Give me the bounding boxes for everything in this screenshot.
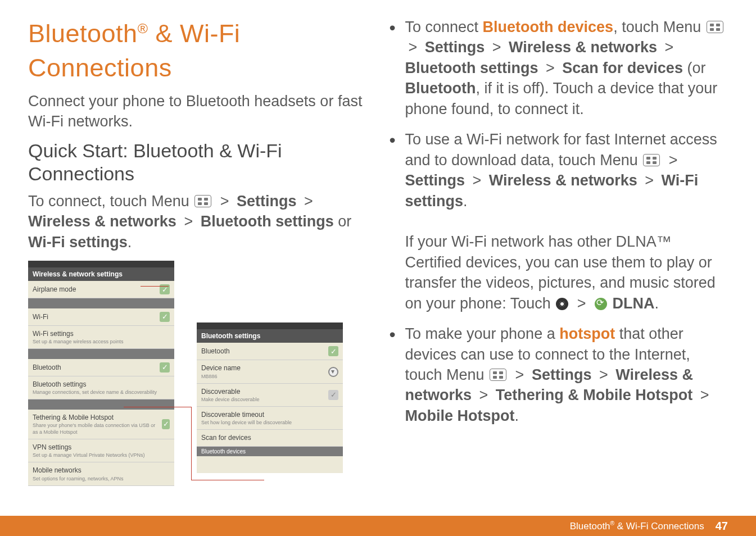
mock-item: Discoverable timeoutSet how long device …	[197, 407, 343, 430]
menu-icon	[490, 369, 506, 381]
txt: To make your phone a	[405, 325, 560, 342]
bold: Mobile Hotspot	[405, 407, 515, 424]
page-title: Bluetooth® & Wi-Fi Connections	[28, 17, 367, 85]
bold: Bluetooth	[405, 80, 476, 97]
checkbox-icon: ✓	[162, 419, 170, 429]
txt: To connect, touch Menu	[28, 193, 193, 210]
bold-bt: Bluetooth settings	[201, 213, 334, 230]
bold-settings: Settings	[237, 193, 297, 210]
item-desc: Set up & manage wireless access points	[33, 338, 124, 345]
page-number: 47	[716, 520, 728, 533]
dot: .	[463, 193, 468, 210]
txt: To connect	[405, 19, 483, 35]
mock-item: Bluetooth ✓	[28, 359, 174, 376]
mock-item: Tethering & Mobile HotspotShare your pho…	[28, 410, 174, 439]
checkbox-icon: ✓	[160, 362, 170, 373]
orange-bt-devices: Bluetooth devices	[483, 19, 614, 35]
gt: >	[697, 387, 713, 403]
statusbar	[197, 322, 343, 329]
item-name: Tethering & Mobile Hotspot	[33, 414, 114, 421]
item-name: Device name	[201, 364, 241, 372]
item-name: Wi-Fi settings	[33, 330, 74, 338]
gt: >	[661, 39, 677, 56]
right-column: To connect Bluetooth devices, touch Menu…	[390, 17, 728, 500]
item-name: Airplane mode	[33, 285, 76, 293]
mock-item: DiscoverableMake device discoverable ✓	[197, 384, 343, 407]
mock2-title: Bluetooth settings	[197, 329, 343, 343]
txt: (or	[687, 60, 705, 76]
gt: >	[666, 152, 681, 169]
txt-or: or	[338, 213, 351, 230]
item-name: Mobile networks	[33, 466, 82, 474]
item-name: Wi-Fi	[33, 313, 48, 321]
title-part-a: Bluetooth	[28, 19, 138, 48]
txt: , touch Menu	[613, 19, 705, 35]
mockups-row: Wireless & network settings Airplane mod…	[28, 261, 367, 485]
menu-icon	[707, 21, 723, 33]
gt: >	[469, 172, 489, 189]
item-desc: Set options for roaming, networks, APNs	[33, 475, 124, 482]
gt: >	[641, 172, 661, 189]
bold-wn: Wireless & networks	[28, 213, 176, 230]
bullet-list: To connect Bluetooth devices, touch Menu…	[390, 17, 728, 426]
gt: >	[574, 295, 594, 312]
checkbox-icon: ✓	[328, 346, 338, 356]
item-name: Bluetooth	[201, 347, 230, 355]
bullet-wifi: To use a Wi-Fi network for fast Internet…	[390, 129, 728, 314]
gt: >	[542, 60, 562, 76]
mock-item: VPN settingsSet up & manage Virtual Priv…	[28, 439, 174, 462]
gt: >	[180, 213, 200, 230]
item-desc: Manage connections, set device name & di…	[33, 389, 157, 396]
bullet-bluetooth: To connect Bluetooth devices, touch Menu…	[390, 17, 728, 119]
mock1-title: Wireless & network settings	[28, 267, 174, 281]
left-instruction: To connect, touch Menu > Settings > Wire…	[28, 191, 367, 252]
orange-hotspot: hotspot	[559, 325, 615, 342]
callout-leader	[141, 286, 169, 287]
mock-subheader: Bluetooth devices	[197, 447, 343, 457]
callout-leader	[124, 407, 191, 407]
mock-item: Bluetooth settingsManage connections, se…	[28, 376, 174, 399]
mock-wireless-settings: Wireless & network settings Airplane mod…	[28, 261, 174, 485]
bold: Bluetooth settings	[405, 60, 538, 76]
footer-a: Bluetooth	[570, 520, 610, 531]
bullet-hotspot: To make your phone a hotspot that other …	[390, 324, 728, 426]
checkbox-icon: ✓	[160, 312, 170, 322]
gt: >	[596, 366, 615, 383]
gt: >	[476, 387, 496, 403]
gt: >	[512, 366, 532, 383]
section-subtitle: Quick Start: Bluetooth & Wi-Fi Connectio…	[28, 139, 367, 185]
dlna-icon	[595, 298, 607, 310]
dot: .	[128, 234, 132, 251]
bold-wifi: Wi-Fi settings	[28, 234, 128, 251]
mock-divider	[28, 399, 174, 410]
item-desc: Share your phone's mobile data connectio…	[33, 422, 162, 435]
item-name: Bluetooth settings	[33, 380, 86, 388]
bold: Tethering & Mobile Hotspot	[496, 387, 692, 403]
footer-title: Bluetooth® & Wi-Fi Connections	[570, 520, 704, 532]
dropdown-icon	[328, 367, 338, 377]
item-desc: Set how long device will be discoverable	[201, 419, 292, 426]
dot: .	[655, 295, 659, 312]
item-desc: MB886	[201, 373, 241, 380]
mock-divider	[28, 349, 174, 359]
bold: Scan for devices	[562, 60, 683, 76]
dot: .	[514, 407, 519, 424]
footer-b: & Wi-Fi Connections	[614, 520, 704, 531]
bold: Settings	[425, 39, 485, 56]
bold: DLNA	[613, 295, 655, 312]
intro-text: Connect your phone to Bluetooth headsets…	[28, 91, 367, 132]
bold: Wireless & networks	[509, 39, 657, 56]
mock-item: Bluetooth ✓	[197, 343, 343, 360]
item-desc: Set up & manage Virtual Private Networks…	[33, 452, 144, 458]
bold: Settings	[405, 172, 465, 189]
mock-item: Airplane mode ✓	[28, 281, 174, 298]
gt: >	[301, 193, 316, 210]
registered-mark: ®	[610, 520, 615, 526]
left-column: Bluetooth® & Wi-Fi Connections Connect y…	[28, 17, 367, 500]
statusbar	[28, 261, 174, 267]
callout-leader	[191, 407, 192, 480]
spacer	[197, 456, 343, 473]
gt: >	[217, 193, 237, 210]
item-name: Discoverable timeout	[201, 411, 264, 419]
mock-item: Mobile networksSet options for roaming, …	[28, 462, 174, 485]
